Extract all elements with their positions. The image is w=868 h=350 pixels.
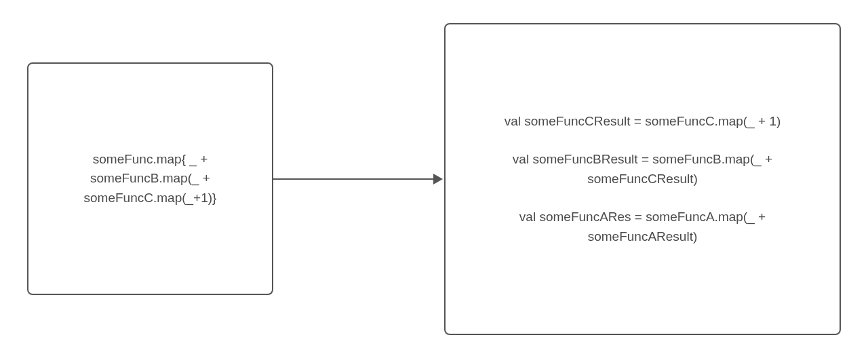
- right-g3-line1: val someFuncARes = someFuncA.map(_ +: [519, 208, 766, 227]
- left-line-2: someFuncB.map(_ +: [90, 169, 210, 189]
- right-group-2: val someFuncBResult = someFuncB.map(_ + …: [513, 150, 772, 189]
- left-line-3: someFuncC.map(_+1)}: [84, 189, 217, 208]
- right-g1-line1: val someFuncCResult = someFuncC.map(_ + …: [505, 112, 781, 132]
- right-code-box: val someFuncCResult = someFuncC.map(_ + …: [444, 23, 841, 335]
- right-group-3: val someFuncARes = someFuncA.map(_ + som…: [519, 208, 766, 246]
- right-g2-line1: val someFuncBResult = someFuncB.map(_ +: [513, 150, 772, 170]
- left-line-1: someFunc.map{ _ +: [93, 150, 208, 170]
- arrow-connector: [273, 172, 444, 186]
- left-code-box: someFunc.map{ _ + someFuncB.map(_ + some…: [27, 62, 273, 295]
- arrow-head-icon: [433, 174, 443, 184]
- right-g2-line2: someFuncCResult): [587, 170, 698, 189]
- right-g3-line2: someFuncAResult): [588, 227, 698, 247]
- right-group-1: val someFuncCResult = someFuncC.map(_ + …: [505, 112, 781, 132]
- left-code-content: someFunc.map{ _ + someFuncB.map(_ + some…: [84, 150, 217, 208]
- arrow-line: [273, 178, 435, 180]
